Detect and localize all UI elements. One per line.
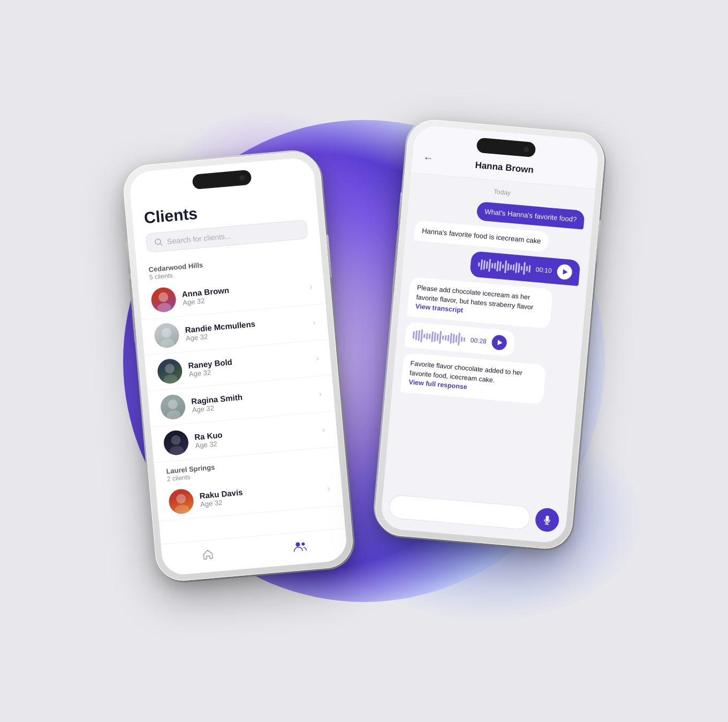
wave-bar <box>512 264 514 270</box>
wave-bar <box>450 333 452 344</box>
back-button[interactable]: ← <box>422 152 434 165</box>
wave-bar <box>445 335 447 341</box>
wave-bar <box>499 261 502 271</box>
avatar-rakuo-svg <box>163 430 189 456</box>
chevron-ragina: › <box>318 389 322 399</box>
mic-button[interactable] <box>534 507 560 533</box>
wave-bar <box>439 331 442 344</box>
wave-bar <box>523 262 526 275</box>
chat-messages: Today What's Hanna's favorite food? Hann… <box>383 173 595 505</box>
play-triangle-icon <box>563 269 568 275</box>
svg-point-13 <box>175 504 189 515</box>
svg-point-7 <box>163 374 178 385</box>
wave-bar <box>504 260 507 273</box>
avatar-anna <box>150 287 177 313</box>
wave-bar <box>521 266 523 270</box>
svg-line-1 <box>160 244 162 245</box>
svg-point-14 <box>295 542 300 547</box>
avatar-ragina-svg <box>160 394 186 420</box>
nav-clients[interactable] <box>292 540 307 553</box>
wave-bar <box>442 335 444 340</box>
client-raney-info: Raney Bold Age 32 <box>188 350 310 378</box>
chevron-raney: › <box>315 354 319 363</box>
wave-bar <box>486 261 488 269</box>
avatar-raney <box>156 358 183 385</box>
wave-bar <box>426 333 428 340</box>
wave-bar <box>478 262 480 267</box>
svg-point-8 <box>168 399 178 410</box>
avatar-rakuo <box>163 430 189 456</box>
wave-bar <box>502 265 504 269</box>
play-button-ai[interactable] <box>491 334 507 350</box>
svg-point-15 <box>301 542 305 546</box>
client-raku-info: Raku Davis Age 32 <box>199 480 322 508</box>
svg-point-9 <box>166 410 181 420</box>
wave-bar <box>431 332 434 342</box>
people-icon <box>292 540 307 553</box>
client-randie-info: Randie Mcmullens Age 32 <box>185 315 307 343</box>
wave-bar <box>526 266 528 272</box>
wave-bar <box>494 262 496 269</box>
wave-bar <box>429 334 431 339</box>
wave-bar <box>483 260 486 270</box>
svg-point-12 <box>176 494 186 505</box>
svg-point-4 <box>161 328 172 339</box>
bottom-nav <box>161 528 348 576</box>
svg-point-11 <box>170 445 184 456</box>
client-ragina-info: Ragina Smith Age 32 <box>191 386 314 414</box>
wave-bar <box>458 333 460 345</box>
svg-point-3 <box>157 303 171 313</box>
client-rakuo-info: Ra Kuo Age 32 <box>194 422 316 450</box>
msg-ai-1: Hanna's favorite food is icecream cake <box>414 220 549 252</box>
wave-bar <box>434 332 436 342</box>
wave-bar <box>418 330 420 341</box>
avatar-randie-svg <box>154 322 180 349</box>
wave-bar <box>461 336 463 342</box>
svg-point-5 <box>160 338 175 349</box>
avatar-ragina <box>160 394 186 420</box>
wave-bar <box>437 333 439 341</box>
voice-time-ai: 00:28 <box>470 336 487 345</box>
wave-bar <box>488 259 491 272</box>
search-placeholder-text: Search for clients... <box>166 231 231 245</box>
nav-home[interactable] <box>201 548 214 561</box>
wave-bar <box>491 263 494 268</box>
phone-left: Clients Search for clients... Cedarwood … <box>122 149 355 583</box>
avatar-raku <box>168 488 195 515</box>
msg-voice-1: 00:10 <box>469 251 580 287</box>
wave-bar <box>528 265 530 273</box>
avatar-anna-svg <box>150 287 177 313</box>
avatar-raney-svg <box>156 358 183 385</box>
phone-right-screen: ← Hanna Brown Today What's Hanna's favor… <box>380 124 600 544</box>
wave-bar <box>510 265 512 270</box>
chevron-anna: › <box>309 282 313 291</box>
play-button-1[interactable] <box>556 264 572 280</box>
msg-user-1: What's Hanna's favorite food? <box>476 201 585 229</box>
phone-right: ← Hanna Brown Today What's Hanna's favor… <box>373 117 607 551</box>
chat-input-field[interactable] <box>388 494 531 530</box>
wave-bar <box>496 261 499 272</box>
avatar-raku-svg <box>168 488 195 515</box>
wave-bar <box>507 264 509 271</box>
voice-time-1: 00:10 <box>535 266 552 275</box>
chat-screen: ← Hanna Brown Today What's Hanna's favor… <box>380 124 600 544</box>
wave-bar <box>423 334 426 338</box>
waveform-ai <box>412 328 466 345</box>
clients-screen: Clients Search for clients... Cedarwood … <box>128 156 348 576</box>
search-icon <box>154 237 163 246</box>
wave-bar <box>448 335 450 341</box>
wave-bar <box>480 259 483 270</box>
wave-bar <box>518 263 520 273</box>
avatar-randie <box>154 322 180 349</box>
msg-voice-ai: 00:28 <box>404 321 515 357</box>
msg-ai-3: Favorite flavor chocolate added to her f… <box>400 352 546 404</box>
wave-bar <box>413 331 415 339</box>
svg-point-10 <box>171 435 181 446</box>
wave-bar <box>415 330 418 340</box>
wave-bar <box>464 337 466 342</box>
svg-line-17 <box>545 524 549 524</box>
msg-ai-2: Please add chocolate icecream as her fav… <box>407 277 552 329</box>
mic-icon <box>541 514 553 526</box>
svg-point-2 <box>158 292 169 303</box>
play-triangle-ai-icon <box>497 340 503 345</box>
